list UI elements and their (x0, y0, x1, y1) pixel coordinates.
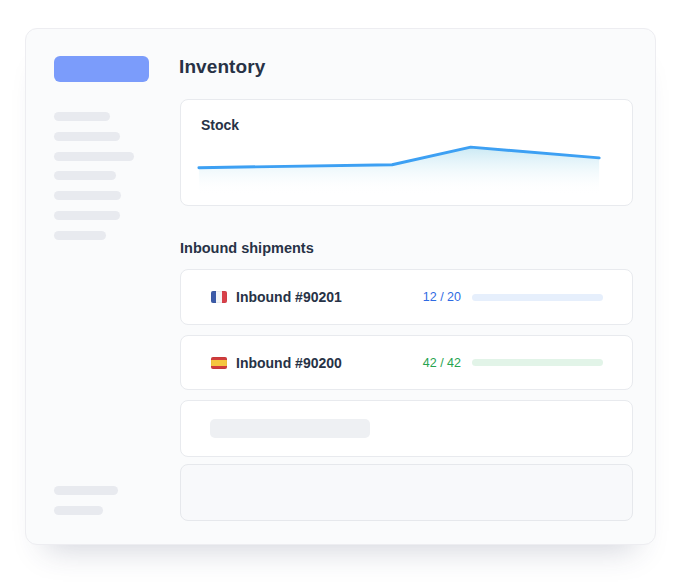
placeholder-card (180, 400, 633, 457)
card-skeleton-line (210, 419, 370, 438)
page-title: Inventory (179, 56, 265, 78)
sidebar-skeleton-line (54, 112, 110, 121)
spain-flag-icon (211, 357, 227, 369)
sidebar-skeleton-line (54, 171, 116, 180)
shipment-label: Inbound #90200 (236, 355, 342, 371)
sidebar-skeleton-line (54, 506, 103, 515)
sidebar-skeleton-line (54, 231, 106, 240)
shipment-label: Inbound #90201 (236, 289, 342, 305)
sidebar-skeleton-line (54, 486, 118, 495)
shipment-progress-count: 42 / 42 (423, 356, 461, 370)
app-window: Inventory Stock Inbound shipments Inboun… (25, 28, 656, 545)
shipment-progress-count: 12 / 20 (423, 290, 461, 304)
sidebar-skeleton-line (54, 132, 120, 141)
inbound-shipments-heading: Inbound shipments (180, 240, 314, 256)
sidebar-skeleton-line (54, 152, 134, 161)
sidebar-skeleton-line (54, 191, 121, 200)
stock-chart (181, 100, 632, 205)
sidebar-skeleton-line (54, 211, 120, 220)
shipment-progress-bar (472, 294, 603, 301)
france-flag-icon (211, 291, 227, 303)
stock-card-title: Stock (201, 117, 239, 133)
shipment-progress-bar (472, 359, 603, 366)
stock-card[interactable]: Stock (180, 99, 633, 206)
empty-ghost-card (180, 464, 633, 521)
inbound-shipment-row[interactable]: Inbound #90201 12 / 20 (180, 269, 633, 325)
sidebar-primary-button[interactable] (54, 56, 149, 82)
inbound-shipment-row[interactable]: Inbound #90200 42 / 42 (180, 335, 633, 390)
